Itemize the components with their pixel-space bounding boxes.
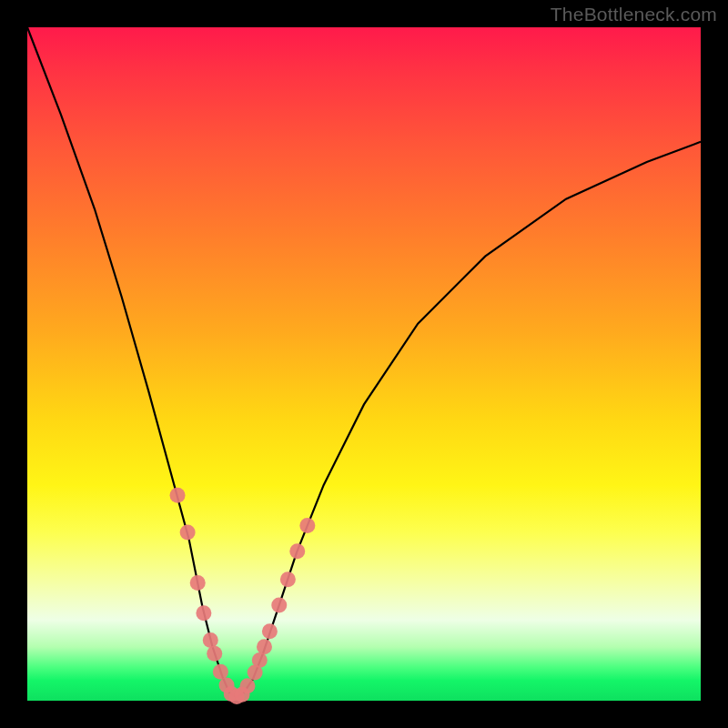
- watermark-text: TheBottleneck.com: [551, 4, 717, 25]
- marker-point: [213, 664, 228, 680]
- marker-point: [207, 646, 222, 662]
- marker-point: [180, 525, 196, 541]
- marker-point: [299, 518, 315, 533]
- marker-point: [196, 605, 211, 621]
- marker-point: [280, 571, 296, 587]
- marker-point: [170, 488, 186, 503]
- marker-point: [239, 678, 255, 693]
- marker-point: [203, 632, 218, 648]
- chart-svg: [27, 27, 701, 701]
- plot-area: [27, 27, 701, 701]
- marker-group: [170, 488, 316, 704]
- marker-point: [257, 639, 272, 654]
- marker-point: [190, 575, 206, 591]
- marker-point: [252, 652, 268, 668]
- bottleneck-curve: [27, 27, 701, 697]
- outer-frame: TheBottleneck.com: [0, 0, 728, 728]
- marker-point: [289, 543, 305, 559]
- marker-point: [262, 623, 278, 639]
- marker-point: [271, 597, 287, 612]
